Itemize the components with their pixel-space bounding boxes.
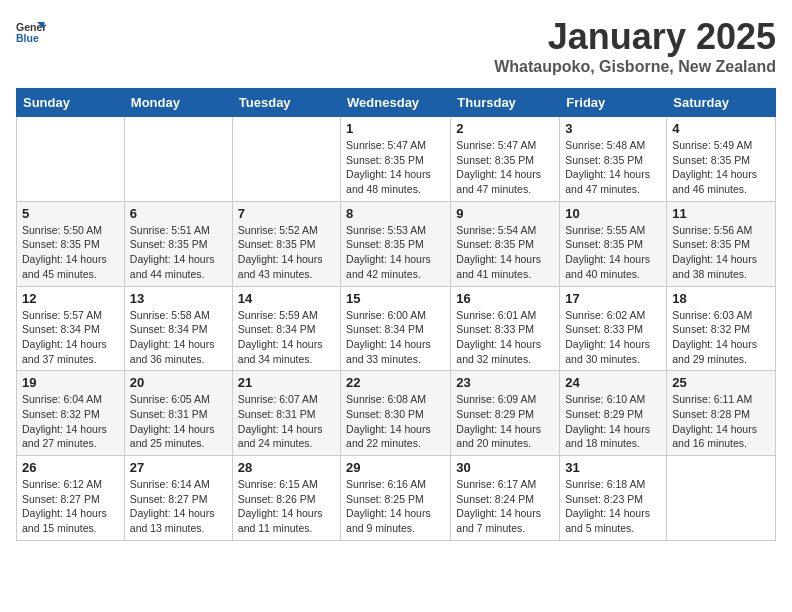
day-number: 10: [565, 206, 661, 221]
weekday-header-thursday: Thursday: [451, 89, 560, 117]
day-info: Sunrise: 5:55 AM Sunset: 8:35 PM Dayligh…: [565, 223, 661, 282]
day-info: Sunrise: 6:09 AM Sunset: 8:29 PM Dayligh…: [456, 392, 554, 451]
day-number: 29: [346, 460, 445, 475]
day-cell: 11Sunrise: 5:56 AM Sunset: 8:35 PM Dayli…: [667, 201, 776, 286]
logo: General Blue: [16, 16, 46, 46]
day-cell: 23Sunrise: 6:09 AM Sunset: 8:29 PM Dayli…: [451, 371, 560, 456]
day-cell: 1Sunrise: 5:47 AM Sunset: 8:35 PM Daylig…: [341, 117, 451, 202]
day-number: 3: [565, 121, 661, 136]
day-info: Sunrise: 5:50 AM Sunset: 8:35 PM Dayligh…: [22, 223, 119, 282]
week-row-2: 5Sunrise: 5:50 AM Sunset: 8:35 PM Daylig…: [17, 201, 776, 286]
day-info: Sunrise: 6:12 AM Sunset: 8:27 PM Dayligh…: [22, 477, 119, 536]
day-info: Sunrise: 5:49 AM Sunset: 8:35 PM Dayligh…: [672, 138, 770, 197]
day-number: 2: [456, 121, 554, 136]
day-info: Sunrise: 5:59 AM Sunset: 8:34 PM Dayligh…: [238, 308, 335, 367]
day-cell: 8Sunrise: 5:53 AM Sunset: 8:35 PM Daylig…: [341, 201, 451, 286]
day-cell: 10Sunrise: 5:55 AM Sunset: 8:35 PM Dayli…: [560, 201, 667, 286]
day-info: Sunrise: 6:02 AM Sunset: 8:33 PM Dayligh…: [565, 308, 661, 367]
day-cell: [232, 117, 340, 202]
day-cell: 12Sunrise: 5:57 AM Sunset: 8:34 PM Dayli…: [17, 286, 125, 371]
day-cell: 30Sunrise: 6:17 AM Sunset: 8:24 PM Dayli…: [451, 456, 560, 541]
weekday-header-sunday: Sunday: [17, 89, 125, 117]
day-cell: 25Sunrise: 6:11 AM Sunset: 8:28 PM Dayli…: [667, 371, 776, 456]
day-number: 20: [130, 375, 227, 390]
day-info: Sunrise: 5:53 AM Sunset: 8:35 PM Dayligh…: [346, 223, 445, 282]
day-number: 18: [672, 291, 770, 306]
day-number: 28: [238, 460, 335, 475]
day-number: 27: [130, 460, 227, 475]
day-info: Sunrise: 5:56 AM Sunset: 8:35 PM Dayligh…: [672, 223, 770, 282]
day-cell: 31Sunrise: 6:18 AM Sunset: 8:23 PM Dayli…: [560, 456, 667, 541]
day-number: 6: [130, 206, 227, 221]
day-number: 4: [672, 121, 770, 136]
day-cell: 14Sunrise: 5:59 AM Sunset: 8:34 PM Dayli…: [232, 286, 340, 371]
day-number: 8: [346, 206, 445, 221]
day-info: Sunrise: 5:48 AM Sunset: 8:35 PM Dayligh…: [565, 138, 661, 197]
day-number: 13: [130, 291, 227, 306]
day-number: 19: [22, 375, 119, 390]
day-cell: 17Sunrise: 6:02 AM Sunset: 8:33 PM Dayli…: [560, 286, 667, 371]
day-number: 22: [346, 375, 445, 390]
day-cell: 26Sunrise: 6:12 AM Sunset: 8:27 PM Dayli…: [17, 456, 125, 541]
day-cell: 13Sunrise: 5:58 AM Sunset: 8:34 PM Dayli…: [124, 286, 232, 371]
day-number: 31: [565, 460, 661, 475]
day-info: Sunrise: 6:14 AM Sunset: 8:27 PM Dayligh…: [130, 477, 227, 536]
day-info: Sunrise: 6:07 AM Sunset: 8:31 PM Dayligh…: [238, 392, 335, 451]
day-number: 25: [672, 375, 770, 390]
day-info: Sunrise: 5:52 AM Sunset: 8:35 PM Dayligh…: [238, 223, 335, 282]
day-info: Sunrise: 6:03 AM Sunset: 8:32 PM Dayligh…: [672, 308, 770, 367]
day-number: 30: [456, 460, 554, 475]
day-number: 26: [22, 460, 119, 475]
day-number: 21: [238, 375, 335, 390]
weekday-header-wednesday: Wednesday: [341, 89, 451, 117]
day-info: Sunrise: 6:11 AM Sunset: 8:28 PM Dayligh…: [672, 392, 770, 451]
day-cell: 22Sunrise: 6:08 AM Sunset: 8:30 PM Dayli…: [341, 371, 451, 456]
day-info: Sunrise: 6:15 AM Sunset: 8:26 PM Dayligh…: [238, 477, 335, 536]
calendar-table: SundayMondayTuesdayWednesdayThursdayFrid…: [16, 88, 776, 541]
day-cell: 29Sunrise: 6:16 AM Sunset: 8:25 PM Dayli…: [341, 456, 451, 541]
day-info: Sunrise: 5:54 AM Sunset: 8:35 PM Dayligh…: [456, 223, 554, 282]
day-cell: 16Sunrise: 6:01 AM Sunset: 8:33 PM Dayli…: [451, 286, 560, 371]
day-cell: [124, 117, 232, 202]
day-cell: 24Sunrise: 6:10 AM Sunset: 8:29 PM Dayli…: [560, 371, 667, 456]
day-cell: 2Sunrise: 5:47 AM Sunset: 8:35 PM Daylig…: [451, 117, 560, 202]
day-info: Sunrise: 6:17 AM Sunset: 8:24 PM Dayligh…: [456, 477, 554, 536]
weekday-header-tuesday: Tuesday: [232, 89, 340, 117]
day-number: 11: [672, 206, 770, 221]
week-row-1: 1Sunrise: 5:47 AM Sunset: 8:35 PM Daylig…: [17, 117, 776, 202]
day-info: Sunrise: 5:58 AM Sunset: 8:34 PM Dayligh…: [130, 308, 227, 367]
title-block: January 2025 Whataupoko, Gisborne, New Z…: [494, 16, 776, 76]
day-cell: 7Sunrise: 5:52 AM Sunset: 8:35 PM Daylig…: [232, 201, 340, 286]
day-info: Sunrise: 5:47 AM Sunset: 8:35 PM Dayligh…: [456, 138, 554, 197]
day-number: 24: [565, 375, 661, 390]
day-info: Sunrise: 6:08 AM Sunset: 8:30 PM Dayligh…: [346, 392, 445, 451]
day-cell: 18Sunrise: 6:03 AM Sunset: 8:32 PM Dayli…: [667, 286, 776, 371]
day-cell: 3Sunrise: 5:48 AM Sunset: 8:35 PM Daylig…: [560, 117, 667, 202]
day-info: Sunrise: 6:16 AM Sunset: 8:25 PM Dayligh…: [346, 477, 445, 536]
logo-icon: General Blue: [16, 16, 46, 46]
week-row-4: 19Sunrise: 6:04 AM Sunset: 8:32 PM Dayli…: [17, 371, 776, 456]
day-info: Sunrise: 6:00 AM Sunset: 8:34 PM Dayligh…: [346, 308, 445, 367]
weekday-header-friday: Friday: [560, 89, 667, 117]
day-cell: [667, 456, 776, 541]
month-title: January 2025: [494, 16, 776, 58]
day-cell: 19Sunrise: 6:04 AM Sunset: 8:32 PM Dayli…: [17, 371, 125, 456]
day-info: Sunrise: 6:04 AM Sunset: 8:32 PM Dayligh…: [22, 392, 119, 451]
day-number: 23: [456, 375, 554, 390]
day-info: Sunrise: 6:18 AM Sunset: 8:23 PM Dayligh…: [565, 477, 661, 536]
day-number: 7: [238, 206, 335, 221]
weekday-header-monday: Monday: [124, 89, 232, 117]
day-info: Sunrise: 5:47 AM Sunset: 8:35 PM Dayligh…: [346, 138, 445, 197]
day-number: 16: [456, 291, 554, 306]
week-row-3: 12Sunrise: 5:57 AM Sunset: 8:34 PM Dayli…: [17, 286, 776, 371]
day-number: 9: [456, 206, 554, 221]
day-number: 14: [238, 291, 335, 306]
day-cell: 5Sunrise: 5:50 AM Sunset: 8:35 PM Daylig…: [17, 201, 125, 286]
day-cell: 15Sunrise: 6:00 AM Sunset: 8:34 PM Dayli…: [341, 286, 451, 371]
day-cell: 6Sunrise: 5:51 AM Sunset: 8:35 PM Daylig…: [124, 201, 232, 286]
svg-text:Blue: Blue: [16, 32, 39, 44]
day-info: Sunrise: 6:05 AM Sunset: 8:31 PM Dayligh…: [130, 392, 227, 451]
day-number: 17: [565, 291, 661, 306]
day-cell: 20Sunrise: 6:05 AM Sunset: 8:31 PM Dayli…: [124, 371, 232, 456]
day-number: 12: [22, 291, 119, 306]
